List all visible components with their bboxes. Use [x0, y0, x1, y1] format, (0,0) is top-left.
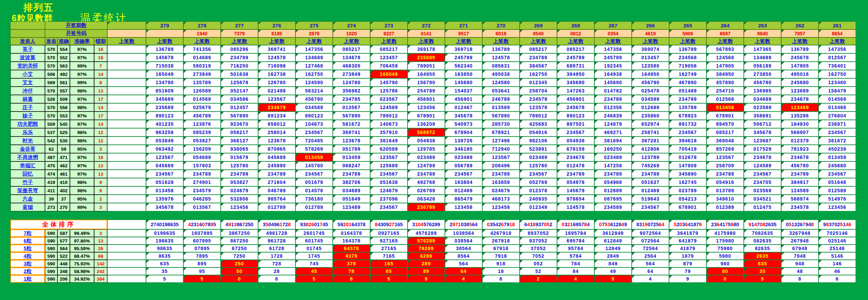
prediction-cell[interactable]: 963258 [146, 128, 183, 136]
grain-cell[interactable]: 8937052 [520, 229, 557, 237]
grain-cell[interactable]: 95784 [557, 245, 594, 252]
prediction-cell[interactable]: 381694 [594, 136, 632, 145]
published-count[interactable]: 273 [45, 203, 57, 211]
accuracy-rate[interactable]: 99% [70, 78, 94, 87]
published-count[interactable]: 526 [45, 95, 57, 103]
grain-cell[interactable]: 50 [221, 267, 258, 275]
prediction-cell[interactable]: 125780 [520, 161, 557, 170]
prediction-cell[interactable]: 012789 [295, 203, 333, 211]
grain-cell[interactable]: 07895 [183, 245, 221, 252]
grain-cell[interactable]: 25146 [819, 245, 856, 252]
draw-cell[interactable]: 6018 [482, 29, 520, 37]
prediction-cell[interactable]: 140673 [370, 120, 408, 128]
grain-cell[interactable]: 879 [669, 260, 706, 267]
prediction-cell[interactable]: 234567 [370, 203, 408, 211]
prediction-cell[interactable]: 054978 [557, 178, 594, 186]
prediction-cell[interactable]: 234789 [183, 170, 221, 178]
prediction-cell[interactable]: 234678 [557, 153, 594, 161]
grain-rate[interactable]: 95.59% [70, 245, 94, 252]
grain-cell[interactable]: 67918 [482, 245, 520, 252]
prediction-cell[interactable]: 013468 [819, 103, 856, 112]
prediction-cell[interactable]: 063428 [408, 195, 445, 203]
prediction-cell[interactable]: 568974 [781, 195, 819, 203]
prediction-cell[interactable]: 234567 [295, 170, 333, 178]
prediction-cell[interactable]: 012789 [258, 203, 295, 211]
prediction-cell[interactable]: 124589 [744, 161, 781, 170]
grain-cell-blank[interactable] [107, 267, 146, 275]
prediction-cell[interactable]: 012349 [520, 203, 557, 211]
prediction-cell[interactable]: 234789 [520, 53, 557, 62]
prediction-cell[interactable]: 678901 [706, 112, 744, 120]
rank-string[interactable]: 3104576289 [408, 220, 445, 229]
prediction-cell[interactable]: 123456 [221, 203, 258, 211]
grain-cell[interactable]: 3641879 [669, 229, 706, 237]
prediction-cell[interactable]: 234678 [781, 153, 819, 161]
grain-cell[interactable]: 37052 [520, 245, 557, 252]
publisher-name[interactable]: 乐乐 [10, 128, 45, 136]
prediction-cell[interactable]: 234567 [744, 170, 781, 178]
grain-accurate[interactable]: 564 [57, 245, 70, 252]
prediction-cell[interactable]: 532806 [221, 195, 258, 203]
prediction-cell[interactable]: 051679 [295, 178, 333, 186]
prediction-cell[interactable]: 456901 [557, 95, 594, 103]
prediction-cell[interactable]: 492768 [408, 178, 445, 186]
grain-cell[interactable]: 961728 [258, 237, 295, 245]
draw-cell[interactable]: 1940 [183, 29, 221, 37]
period-header[interactable]: 276 [258, 21, 295, 29]
prediction-cell[interactable]: 208496 [482, 161, 520, 170]
prediction-cell[interactable]: 023789 [669, 186, 706, 195]
grain-label[interactable]: 3粒 [10, 260, 45, 267]
prediction-cell[interactable]: 356982 [333, 87, 370, 95]
accurate-count[interactable]: 471 [57, 153, 70, 161]
published-count[interactable]: 506 [45, 70, 57, 78]
prediction-cell[interactable]: 456790 [295, 95, 333, 103]
grain-cell[interactable]: 6289 [408, 252, 445, 260]
prediction-cell[interactable]: 026789 [408, 186, 445, 195]
prediction-cell[interactable]: 274901 [183, 178, 221, 186]
prediction-cell[interactable]: 234678 [781, 95, 819, 103]
prediction-cell[interactable]: 012379 [781, 136, 819, 145]
accurate-count[interactable]: 552 [57, 53, 70, 62]
grain-cell[interactable]: 641879 [669, 237, 706, 245]
prediction-cell[interactable]: 456780 [744, 78, 781, 87]
prediction-cell[interactable]: 123678 [258, 136, 295, 145]
prediction-cell[interactable]: 012689 [594, 186, 632, 195]
prediction-cell[interactable]: 162749 [669, 70, 706, 78]
prediction-cell[interactable]: 234578 [781, 203, 819, 211]
miss-count[interactable]: 3 [94, 203, 107, 211]
grain-cell[interactable]: 1879 [669, 252, 706, 260]
prediction-cell[interactable]: 578269 [295, 145, 333, 153]
prediction-cell[interactable]: 381672 [819, 136, 856, 145]
prediction-cell[interactable]: 136789 [669, 45, 706, 53]
grain-cell[interactable]: 8564 [445, 252, 482, 260]
grain-cell[interactable]: 948 [781, 260, 819, 267]
grain-accurate[interactable]: 587 [57, 229, 70, 237]
published-count[interactable]: 487 [45, 153, 57, 161]
accuracy-rate[interactable]: 97% [70, 70, 94, 78]
prediction-cell-blank[interactable] [107, 120, 146, 128]
grain-cell[interactable]: 0198635 [146, 229, 183, 237]
rank-string[interactable]: 0354267918 [482, 220, 520, 229]
prediction-cell[interactable]: 865479 [445, 195, 482, 203]
prediction-cell[interactable]: 720485 [295, 136, 333, 145]
grain-cell[interactable]: 784 [557, 260, 594, 267]
prediction-cell[interactable]: 234789 [557, 170, 594, 178]
prediction-cell[interactable]: 567893 [706, 45, 744, 53]
prediction-cell[interactable]: 164950 [632, 70, 669, 78]
grain-label[interactable]: 5粒 [10, 245, 45, 252]
period-header[interactable]: 262 [781, 21, 819, 29]
prediction-cell[interactable]: 123789 [632, 153, 669, 161]
published-count[interactable]: 62 [45, 145, 57, 153]
prediction-cell[interactable]: 014689 [183, 53, 221, 62]
prediction-cell[interactable]: 891732 [669, 120, 706, 128]
grain-cell[interactable]: 18 [482, 267, 520, 275]
grain-published[interactable]: 590 [45, 252, 57, 260]
prediction-cell[interactable]: 145679 [557, 186, 594, 195]
accurate-count[interactable]: 553 [57, 112, 70, 120]
rank-string[interactable]: 2364175980 [706, 220, 744, 229]
grain-cell[interactable]: 7052 [520, 252, 557, 260]
prediction-cell[interactable]: 123579 [520, 103, 557, 112]
prediction-cell[interactable]: 136789 [781, 45, 819, 53]
grain-cell[interactable]: 5 [295, 275, 333, 283]
published-count[interactable]: 474 [45, 170, 57, 178]
